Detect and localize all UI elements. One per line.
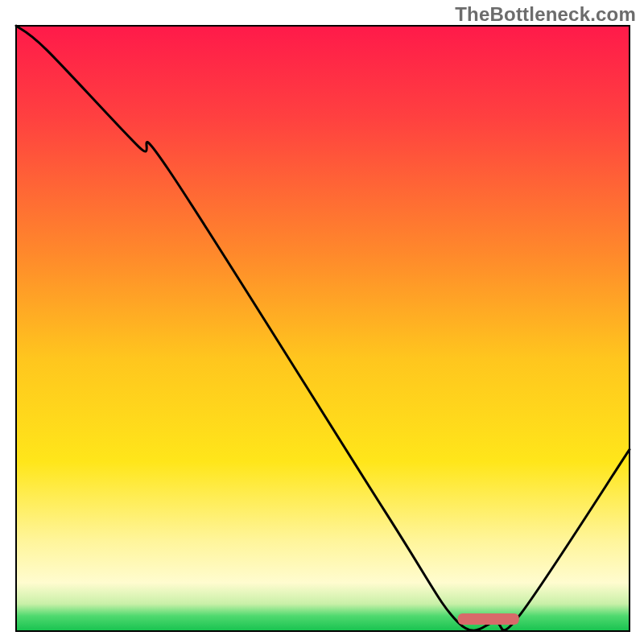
chart-container: TheBottleneck.com [0, 0, 644, 644]
watermark-text: TheBottleneck.com [455, 3, 636, 26]
plot-background [16, 26, 630, 631]
bottleneck-chart [0, 0, 644, 644]
optimal-zone-marker [458, 613, 519, 625]
